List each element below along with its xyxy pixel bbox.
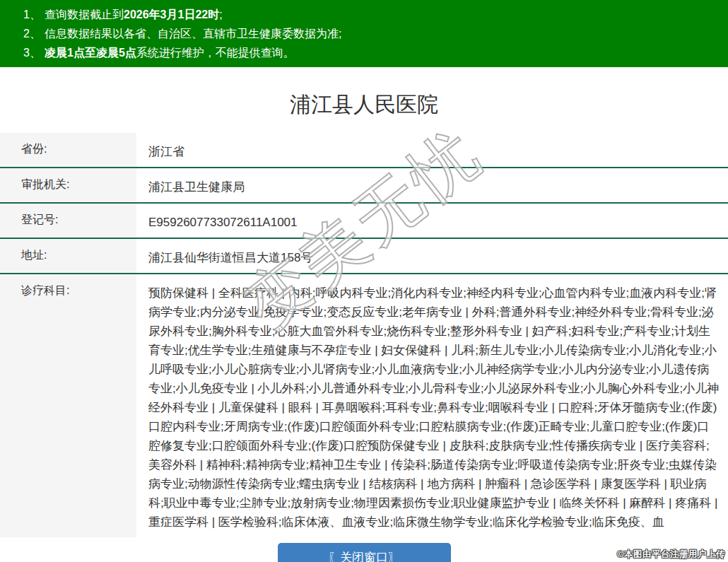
notice-text-bold: 凌晨1点至凌晨5点	[45, 47, 136, 59]
notice-text: 信息数据结果以各省、自治区、直辖市卫生健康委数据为准;	[45, 28, 341, 40]
row-value: E9592607733072611A1001	[136, 203, 728, 238]
table-row-registration-number: 登记号: E9592607733072611A1001	[0, 203, 728, 238]
close-window-button[interactable]: 〖关闭窗口〗	[278, 543, 451, 562]
row-value: 浙江省	[136, 133, 728, 168]
row-value: 浦江县卫生健康局	[136, 168, 728, 203]
hospital-title: 浦江县人民医院	[0, 90, 728, 119]
notice-banner: 1、查询数据截止到2026年3月1日22时; 2、信息数据结果以各省、自治区、直…	[0, 0, 728, 67]
hospital-info-table: 省份: 浙江省 审批机关: 浦江县卫生健康局 登记号: E95926077330…	[0, 133, 728, 537]
notice-list: 1、查询数据截止到2026年3月1日22时; 2、信息数据结果以各省、自治区、直…	[0, 5, 728, 62]
notice-text-bold: 2026年3月1日22时	[124, 8, 219, 21]
notice-item-1: 1、查询数据截止到2026年3月1日22时;	[23, 5, 728, 24]
uploader-credit-watermark: ©本图由平台注册用户上传	[617, 549, 725, 561]
table-row-approval-authority: 审批机关: 浦江县卫生健康局	[0, 168, 728, 203]
row-label: 省份:	[0, 133, 136, 168]
row-label: 地址:	[0, 238, 136, 274]
row-label: 诊疗科目:	[0, 274, 136, 537]
notice-item-3: 3、凌晨1点至凌晨5点系统进行维护，不能提供查询。	[23, 43, 728, 62]
notice-number: 2、	[23, 24, 45, 43]
row-label: 登记号:	[0, 203, 136, 238]
notice-number: 1、	[23, 5, 45, 24]
notice-text: 系统进行维护，不能提供查询。	[136, 47, 295, 59]
notice-text: ;	[219, 8, 222, 21]
notice-text: 查询数据截止到	[45, 8, 124, 21]
notice-item-2: 2、信息数据结果以各省、自治区、直辖市卫生健康委数据为准;	[23, 24, 728, 43]
row-value: 预防保健科 | 全科医疗科 | 内科;呼吸内科专业;消化内科专业;神经内科专业;…	[136, 274, 728, 537]
query-result-page: 1、查询数据截止到2026年3月1日22时; 2、信息数据结果以各省、自治区、直…	[0, 0, 728, 562]
table-row-departments: 诊疗科目: 预防保健科 | 全科医疗科 | 内科;呼吸内科专业;消化内科专业;神…	[0, 274, 728, 537]
table-row-address: 地址: 浦江县仙华街道恒昌大道158号	[0, 238, 728, 274]
table-row-province: 省份: 浙江省	[0, 133, 728, 168]
row-value: 浦江县仙华街道恒昌大道158号	[136, 238, 728, 274]
notice-number: 3、	[23, 43, 45, 62]
row-label: 审批机关:	[0, 168, 136, 203]
